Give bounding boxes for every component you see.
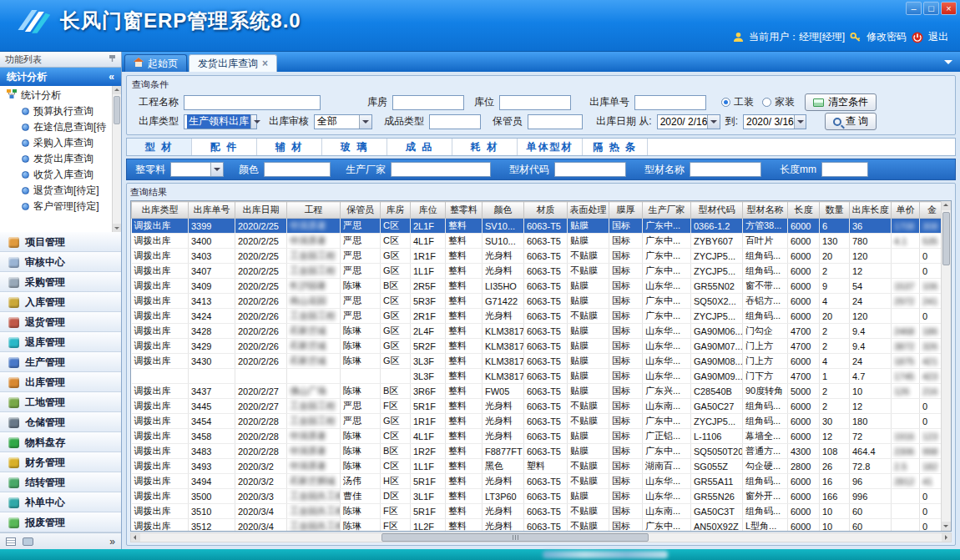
tree-item[interactable]: 在途信息查询[待: [0, 119, 121, 135]
scroll-left-icon[interactable]: [131, 533, 140, 542]
column-header[interactable]: 出库日期: [235, 202, 287, 219]
change-password-link[interactable]: 修改密码: [867, 30, 907, 44]
table-row[interactable]: 调拨出库34832020/2/28华润原著陈琳B区1R2F整料F8877FT60…: [132, 444, 942, 459]
column-header[interactable]: 整零料: [446, 202, 483, 219]
column-header[interactable]: 金: [920, 202, 942, 219]
material-tab[interactable]: 成 品: [387, 139, 452, 155]
sidebar-item-return-store[interactable]: 退库管理: [0, 332, 121, 352]
tab-shipping-outbound-query[interactable]: 发货出库查询 ×: [189, 54, 277, 72]
table-row[interactable]: 调拨出库34582020/2/28华润原著陈琳C区4L1F整料光身料6063-T…: [132, 429, 942, 444]
tab-close-icon[interactable]: ×: [262, 58, 268, 69]
column-header[interactable]: 单价: [892, 202, 920, 219]
location-input[interactable]: [499, 95, 571, 110]
clear-conditions-button[interactable]: 清空条件: [805, 93, 877, 111]
pin-icon[interactable]: [109, 54, 116, 64]
tree-item[interactable]: 退货查询[待定]: [0, 183, 121, 199]
tree-item[interactable]: 客户管理[待定]: [0, 199, 121, 214]
scroll-up-icon[interactable]: [113, 86, 121, 94]
sidebar-item-project[interactable]: 项目管理: [0, 232, 121, 252]
table-row[interactable]: 调拨出库35102020/3/4工业园共工程陈琳F区5R1F整料光身料6063-…: [132, 504, 942, 519]
order-no-input[interactable]: [634, 95, 706, 110]
column-header[interactable]: 颜色: [483, 202, 524, 219]
tree-item[interactable]: 采购入库查询: [0, 135, 121, 151]
column-header[interactable]: 表面处理: [568, 202, 609, 219]
date-to-select[interactable]: 2020/ 3/16: [743, 114, 806, 129]
column-header[interactable]: 型材代码: [691, 202, 743, 219]
material-tab[interactable]: 单体型材: [518, 139, 583, 155]
column-header[interactable]: 出库单号: [189, 202, 235, 219]
column-header[interactable]: 长度: [788, 202, 820, 219]
column-header[interactable]: 出库类型: [132, 202, 189, 219]
scrollbar-thumb[interactable]: [114, 96, 120, 124]
material-tab[interactable]: 耗 材: [452, 139, 518, 155]
query-button[interactable]: 查 询: [825, 113, 877, 130]
column-header[interactable]: 数量: [820, 202, 850, 219]
tree-root[interactable]: 统计分析: [0, 88, 121, 103]
table-row[interactable]: 调拨出库34942020/3/2石家庄辉城汤伟H区5R1F整料光身料6063-T…: [132, 474, 942, 489]
chevron-double-icon[interactable]: »: [109, 536, 115, 547]
sidebar-item-scrap[interactable]: 报废管理: [0, 512, 121, 532]
sidebar-item-site[interactable]: 工地管理: [0, 392, 121, 412]
scroll-right-icon[interactable]: [942, 533, 951, 542]
table-row[interactable]: 调拨出库33992020/2/25华润原著严思C区2L1F整料SV10...60…: [132, 219, 942, 234]
material-tab[interactable]: 隔 热 条: [583, 139, 648, 155]
column-header[interactable]: 保管员: [341, 202, 381, 219]
table-row[interactable]: 调拨出库34542020/2/28工业园工程严思G区1R1F整料光身料6063-…: [132, 414, 942, 429]
material-tab[interactable]: 型 材: [127, 139, 192, 155]
sidebar-section-statistics[interactable]: 统计分析 «: [0, 68, 121, 86]
radio-gongzhuang[interactable]: 工装: [721, 95, 754, 109]
monitor-icon[interactable]: [23, 537, 33, 546]
scrollbar-thumb[interactable]: [381, 533, 649, 542]
tree-item[interactable]: 收货入库查询: [0, 167, 121, 183]
manufacturer-input[interactable]: [391, 162, 491, 177]
tree-scrollbar[interactable]: [112, 86, 121, 232]
keeper-input[interactable]: [528, 114, 583, 129]
table-row[interactable]: 调拨出库34092020/2/25长沙园著陈琳B区2R5F整料LI35HO606…: [132, 279, 942, 294]
table-vertical-scrollbar[interactable]: [941, 201, 951, 531]
scrollbar-thumb[interactable]: [942, 212, 950, 265]
scroll-up-icon[interactable]: [942, 201, 951, 210]
material-tab[interactable]: 配 件: [192, 139, 257, 155]
audit-select[interactable]: 全部: [314, 114, 372, 129]
sidebar-item-purchase[interactable]: 采购管理: [0, 272, 121, 292]
table-row[interactable]: 调拨出库34072020/2/25工业园工程严思G区1L1F整料光身料6063-…: [132, 264, 942, 279]
project-name-input[interactable]: [184, 95, 321, 110]
table-row[interactable]: 调拨出库34302020/2/26石家庄城陈琳G区3L3F整料KLM381760…: [132, 354, 942, 369]
table-row[interactable]: 调拨出库34032020/2/25工业园工程严思G区1R1F整料光身料6063-…: [132, 249, 942, 264]
tree-item[interactable]: 发货出库查询: [0, 151, 121, 167]
minimize-button[interactable]: –: [906, 2, 922, 15]
warehouse-input[interactable]: [392, 95, 464, 110]
tab-home[interactable]: 起始页: [124, 54, 187, 72]
tree-item[interactable]: 预算执行查询: [0, 103, 121, 119]
table-row[interactable]: 调拨出库34282020/2/26石家庄城陈琳G区2L4F整料KLM381760…: [132, 324, 942, 339]
column-header[interactable]: 库位: [411, 202, 446, 219]
material-tab[interactable]: 辅 材: [257, 139, 322, 155]
table-row[interactable]: 调拨出库34242020/2/26工业园工程严思G区2R1F整料光身料6063-…: [132, 309, 942, 324]
radio-jiazhuang[interactable]: 家装: [762, 95, 795, 109]
sidebar-item-inbound[interactable]: 入库管理: [0, 292, 121, 312]
color-input[interactable]: [264, 162, 331, 177]
sidebar-item-finance[interactable]: 财务管理: [0, 452, 121, 472]
collapse-icon[interactable]: «: [109, 71, 114, 83]
table-row[interactable]: 3L3F整料KLM38176063-T5贴膜国标山东华...GA90M09...…: [132, 369, 942, 384]
whole-scrap-select[interactable]: 全部: [170, 162, 224, 177]
tab-list-dropdown-icon[interactable]: [944, 60, 952, 68]
close-button[interactable]: ×: [941, 2, 957, 15]
table-horizontal-scrollbar[interactable]: [130, 532, 952, 542]
column-header[interactable]: 膜厚: [609, 202, 643, 219]
table-row[interactable]: 调拨出库34452020/2/27工业园工程严思F区5R1F整料光身料6063-…: [132, 399, 942, 414]
scroll-down-icon[interactable]: [942, 522, 951, 531]
table-row[interactable]: 调拨出库35002020/3/3工业园共工程曹佳D区3L1F整料LT3P6060…: [132, 489, 942, 504]
table-row[interactable]: 调拨出库34002020/2/25华润原著严思C区4L1F整料SU10...60…: [132, 234, 942, 249]
material-tab[interactable]: 玻 璃: [322, 139, 387, 155]
sidebar-item-inventory[interactable]: 物料盘存: [0, 432, 121, 452]
outbound-type-select[interactable]: 生产领料出库: [184, 114, 257, 129]
maximize-button[interactable]: □: [923, 2, 939, 15]
column-header[interactable]: 生产厂家: [643, 202, 691, 219]
profile-name-input[interactable]: [690, 162, 761, 177]
column-header[interactable]: 材质: [524, 202, 568, 219]
column-header[interactable]: 型材名称: [743, 202, 788, 219]
column-header[interactable]: 出库长度: [850, 202, 892, 219]
sidebar-item-outbound[interactable]: 出库管理: [0, 372, 121, 392]
sidebar-item-return-goods[interactable]: 退货管理: [0, 312, 121, 332]
